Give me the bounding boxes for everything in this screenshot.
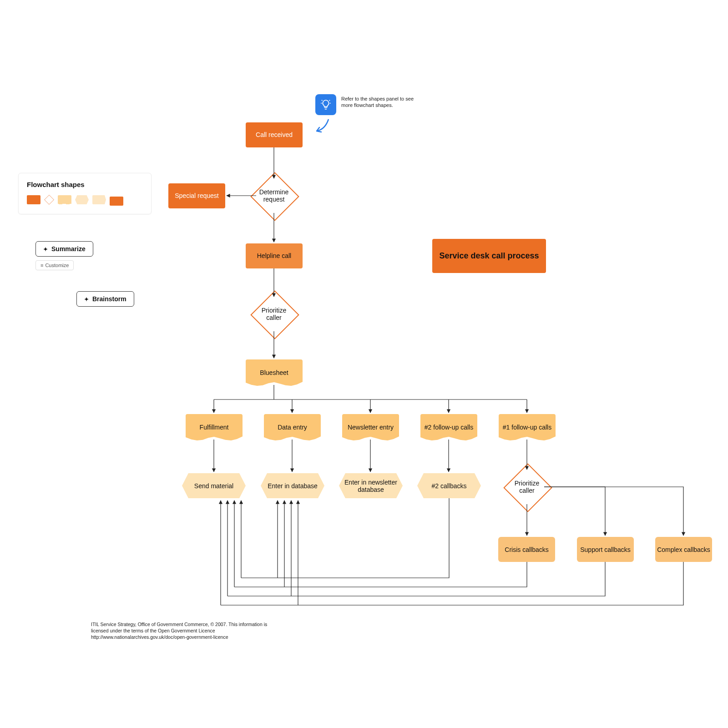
node-complex-callbacks[interactable]: Complex callbacks	[655, 537, 712, 562]
node-crisis-callbacks[interactable]: Crisis callbacks	[498, 537, 555, 562]
swatch-document[interactable]	[58, 195, 71, 204]
node-special-request[interactable]: Special request	[168, 183, 225, 208]
swatch-preparation[interactable]	[75, 195, 89, 204]
node-call-received[interactable]: Call received	[246, 122, 303, 147]
shapes-panel-title: Flowchart shapes	[27, 181, 143, 188]
sparkle-icon	[43, 245, 48, 253]
summarize-button[interactable]: Summarize	[35, 241, 93, 257]
node-determine-request[interactable]: Determine request	[251, 173, 297, 218]
tip-arrow-icon	[313, 117, 331, 136]
tip-text: Refer to the shapes panel to see more fl…	[341, 96, 419, 109]
node-callbacks-2[interactable]: #2 callbacks	[417, 473, 481, 498]
node-newsletter-entry[interactable]: Newsletter entry	[342, 414, 399, 440]
sliders-icon	[40, 263, 42, 268]
node-data-entry[interactable]: Data entry	[264, 414, 321, 440]
tip-lightbulb-icon	[315, 94, 336, 115]
node-followup-1[interactable]: #1 follow-up calls	[499, 414, 556, 440]
summarize-label: Summarize	[51, 245, 86, 253]
swatch-process[interactable]	[27, 195, 40, 204]
brainstorm-button[interactable]: Brainstorm	[76, 291, 134, 307]
lightbulb-icon	[320, 99, 332, 111]
swatch-decision[interactable]	[44, 195, 54, 205]
shapes-panel: Flowchart shapes	[18, 173, 152, 214]
node-enter-database[interactable]: Enter in database	[261, 473, 324, 498]
diagram-canvas[interactable]: Flowchart shapes Summarize Customize Bra…	[0, 0, 728, 728]
node-prioritize-caller[interactable]: Prioritize caller	[251, 291, 297, 337]
connectors	[0, 0, 728, 728]
node-support-callbacks[interactable]: Support callbacks	[577, 537, 634, 562]
footnote: ITIL Service Strategy, Office of Governm…	[91, 621, 268, 641]
node-followup-2[interactable]: #2 follow-up calls	[420, 414, 477, 440]
diagram-title[interactable]: Service desk call process	[432, 239, 546, 273]
customize-label: Customize	[45, 263, 69, 268]
customize-button[interactable]: Customize	[35, 260, 74, 270]
shape-swatches	[27, 194, 143, 206]
node-helpline-call[interactable]: Helpline call	[246, 243, 303, 268]
node-fulfillment[interactable]: Fulfillment	[186, 414, 243, 440]
node-bluesheet[interactable]: Bluesheet	[246, 359, 303, 386]
sparkle-icon	[84, 295, 89, 303]
swatch-data[interactable]	[92, 195, 106, 204]
swatch-process-alt[interactable]	[110, 197, 123, 206]
node-prioritize-caller-2[interactable]: Prioritize caller	[504, 464, 550, 510]
node-enter-newsletter-db[interactable]: Enter in newsletter database	[339, 473, 403, 498]
node-send-material[interactable]: Send material	[182, 473, 246, 498]
brainstorm-label: Brainstorm	[92, 295, 126, 303]
